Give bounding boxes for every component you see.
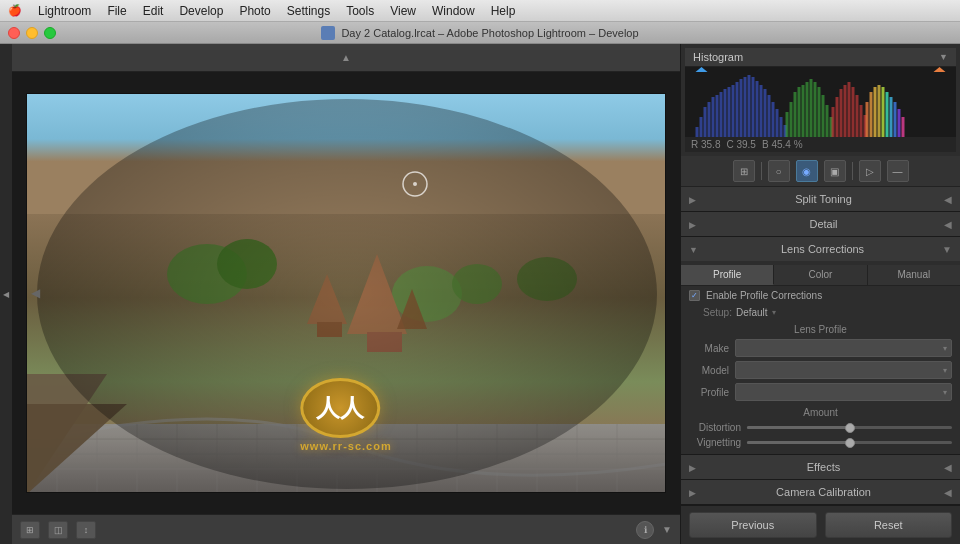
previous-button[interactable]: Previous bbox=[689, 512, 817, 538]
filmstrip-toggle[interactable]: ▼ bbox=[662, 524, 672, 535]
camera-calibration-expand-icon: ◀ bbox=[944, 487, 952, 498]
menu-window[interactable]: Window bbox=[432, 4, 475, 18]
svg-rect-60 bbox=[790, 102, 793, 137]
setup-dropdown-icon: ▾ bbox=[772, 308, 776, 317]
svg-rect-51 bbox=[756, 81, 759, 137]
grid-tool-button[interactable]: ⊞ bbox=[733, 160, 755, 182]
redeye-tool-button[interactable]: ▣ bbox=[824, 160, 846, 182]
spot-removal-tool[interactable]: ◉ bbox=[796, 160, 818, 182]
setup-label: Setup: bbox=[703, 307, 732, 318]
rgb-values: R 35.8 C 39.5 B 45.4 % bbox=[685, 137, 956, 152]
checkbox-check-icon: ✓ bbox=[691, 291, 698, 300]
histogram-svg bbox=[685, 67, 956, 137]
effects-section: ▶ Effects ◀ bbox=[681, 455, 960, 480]
detail-section: ▶ Detail ◀ bbox=[681, 212, 960, 237]
model-label: Model bbox=[689, 365, 729, 376]
menu-edit[interactable]: Edit bbox=[143, 4, 164, 18]
camera-calibration-header[interactable]: ▶ Camera Calibration ◀ bbox=[681, 480, 960, 504]
svg-rect-73 bbox=[840, 89, 843, 137]
split-toning-header[interactable]: ▶ Split Toning ◀ bbox=[681, 187, 960, 211]
image-prev-arrow[interactable]: ◀ bbox=[31, 286, 40, 300]
grid-view-button[interactable]: ⊞ bbox=[20, 521, 40, 539]
vignetting-row: Vignetting bbox=[681, 435, 960, 450]
enable-profile-checkbox[interactable]: ✓ bbox=[689, 290, 700, 301]
menu-photo[interactable]: Photo bbox=[239, 4, 270, 18]
make-chevron-icon: ▾ bbox=[943, 344, 947, 353]
svg-rect-83 bbox=[878, 85, 881, 137]
menu-tools[interactable]: Tools bbox=[346, 4, 374, 18]
svg-rect-61 bbox=[794, 92, 797, 137]
tab-color[interactable]: Color bbox=[774, 265, 867, 285]
menu-develop[interactable]: Develop bbox=[179, 4, 223, 18]
svg-rect-81 bbox=[870, 92, 873, 137]
image-area: ◀ 人人 www.rr-sc.com bbox=[12, 72, 680, 514]
detail-header[interactable]: ▶ Detail ◀ bbox=[681, 212, 960, 236]
menu-view[interactable]: View bbox=[390, 4, 416, 18]
menu-help[interactable]: Help bbox=[491, 4, 516, 18]
info-button[interactable]: ℹ bbox=[636, 521, 654, 539]
camera-calibration-title: Camera Calibration bbox=[703, 486, 944, 498]
apple-menu[interactable]: 🍎 bbox=[8, 4, 22, 17]
svg-rect-42 bbox=[720, 92, 723, 137]
svg-rect-54 bbox=[768, 95, 771, 137]
menu-settings[interactable]: Settings bbox=[287, 4, 330, 18]
close-button[interactable] bbox=[8, 27, 20, 39]
graduated-filter-button[interactable]: ▷ bbox=[859, 160, 881, 182]
maximize-button[interactable] bbox=[44, 27, 56, 39]
tool-icons-row: ⊞ ○ ◉ ▣ ▷ — bbox=[681, 156, 960, 187]
svg-rect-74 bbox=[844, 85, 847, 137]
split-toning-title: Split Toning bbox=[703, 193, 944, 205]
menu-lightroom[interactable]: Lightroom bbox=[38, 4, 91, 18]
main-layout: ◀ ▲ bbox=[0, 44, 960, 544]
svg-rect-55 bbox=[772, 102, 775, 137]
compare-view-button[interactable]: ↕ bbox=[76, 521, 96, 539]
svg-rect-87 bbox=[894, 102, 897, 137]
menu-bar: 🍎 Lightroom File Edit Develop Photo Sett… bbox=[0, 0, 960, 22]
watermark-url: www.rr-sc.com bbox=[300, 440, 391, 452]
histogram-section: Histogram ▼ bbox=[681, 44, 960, 156]
b-value: B 45.4 % bbox=[762, 139, 803, 150]
effects-header[interactable]: ▶ Effects ◀ bbox=[681, 455, 960, 479]
tab-manual[interactable]: Manual bbox=[868, 265, 960, 285]
reset-button[interactable]: Reset bbox=[825, 512, 953, 538]
effects-title: Effects bbox=[703, 461, 944, 473]
make-dropdown[interactable]: ▾ bbox=[735, 339, 952, 357]
histogram-header[interactable]: Histogram ▼ bbox=[685, 48, 956, 67]
svg-rect-89 bbox=[902, 117, 905, 137]
profile-row: Profile ▾ bbox=[681, 381, 960, 403]
top-filmstrip-arrow[interactable]: ▲ bbox=[341, 52, 351, 63]
svg-rect-48 bbox=[744, 77, 747, 137]
svg-rect-36 bbox=[696, 127, 699, 137]
left-panel-arrow: ◀ bbox=[2, 290, 11, 299]
histogram-canvas bbox=[685, 67, 956, 137]
loupe-view-button[interactable]: ◫ bbox=[48, 521, 68, 539]
svg-rect-77 bbox=[856, 95, 859, 137]
lens-corrections-header[interactable]: ▼ Lens Corrections ▼ bbox=[681, 237, 960, 261]
profile-label: Profile bbox=[689, 387, 729, 398]
svg-rect-71 bbox=[832, 107, 835, 137]
distortion-slider[interactable] bbox=[747, 426, 952, 429]
svg-rect-41 bbox=[716, 95, 719, 137]
tab-profile[interactable]: Profile bbox=[681, 265, 774, 285]
svg-rect-85 bbox=[886, 92, 889, 137]
profile-dropdown[interactable]: ▾ bbox=[735, 383, 952, 401]
setup-row: Setup: Default ▾ bbox=[681, 305, 960, 320]
window-title: Day 2 Catalog.lrcat – Adobe Photoshop Li… bbox=[341, 27, 638, 39]
distortion-label: Distortion bbox=[689, 422, 741, 433]
adjustment-brush-button[interactable]: — bbox=[887, 160, 909, 182]
menu-file[interactable]: File bbox=[107, 4, 126, 18]
left-panel-toggle[interactable]: ◀ bbox=[0, 44, 12, 544]
top-filmstrip-bar: ▲ bbox=[12, 44, 680, 72]
vignetting-slider[interactable] bbox=[747, 441, 952, 444]
c-value: C 39.5 bbox=[726, 139, 755, 150]
minimize-button[interactable] bbox=[26, 27, 38, 39]
crop-tool-button[interactable]: ○ bbox=[768, 160, 790, 182]
tool-separator-2 bbox=[852, 162, 853, 180]
bottom-toolbar: ⊞ ◫ ↕ ℹ ▼ bbox=[12, 514, 680, 544]
svg-marker-91 bbox=[934, 67, 946, 72]
model-dropdown[interactable]: ▾ bbox=[735, 361, 952, 379]
svg-point-35 bbox=[413, 182, 417, 186]
svg-rect-45 bbox=[732, 85, 735, 137]
title-bar: Day 2 Catalog.lrcat – Adobe Photoshop Li… bbox=[0, 22, 960, 44]
model-row: Model ▾ bbox=[681, 359, 960, 381]
